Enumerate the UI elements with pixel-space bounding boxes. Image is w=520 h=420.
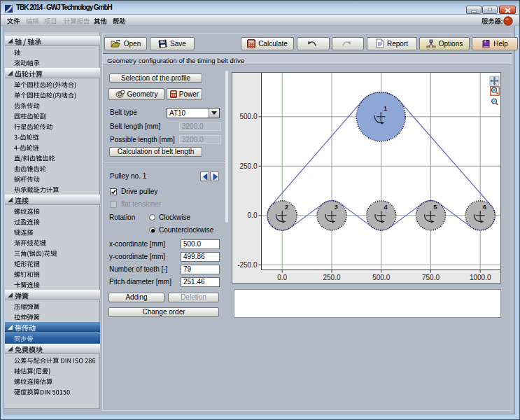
svg-text:250.0: 250.0 — [239, 162, 257, 170]
svg-text:500.0: 500.0 — [239, 113, 257, 120]
svg-text:1000.0: 1000.0 — [470, 274, 491, 281]
svg-text:750.0: 750.0 — [422, 274, 440, 281]
svg-text:0.0: 0.0 — [248, 211, 258, 219]
svg-text:2: 2 — [285, 204, 288, 211]
svg-text:0.0: 0.0 — [277, 274, 287, 281]
svg-text:-250.0: -250.0 — [237, 261, 258, 269]
svg-text:1: 1 — [384, 105, 387, 112]
svg-text:5: 5 — [433, 204, 437, 211]
svg-text:4: 4 — [384, 204, 388, 211]
svg-text:3: 3 — [335, 204, 338, 211]
svg-text:500.0: 500.0 — [372, 274, 390, 281]
svg-text:250.0: 250.0 — [323, 274, 340, 281]
svg-text:6: 6 — [483, 204, 486, 211]
